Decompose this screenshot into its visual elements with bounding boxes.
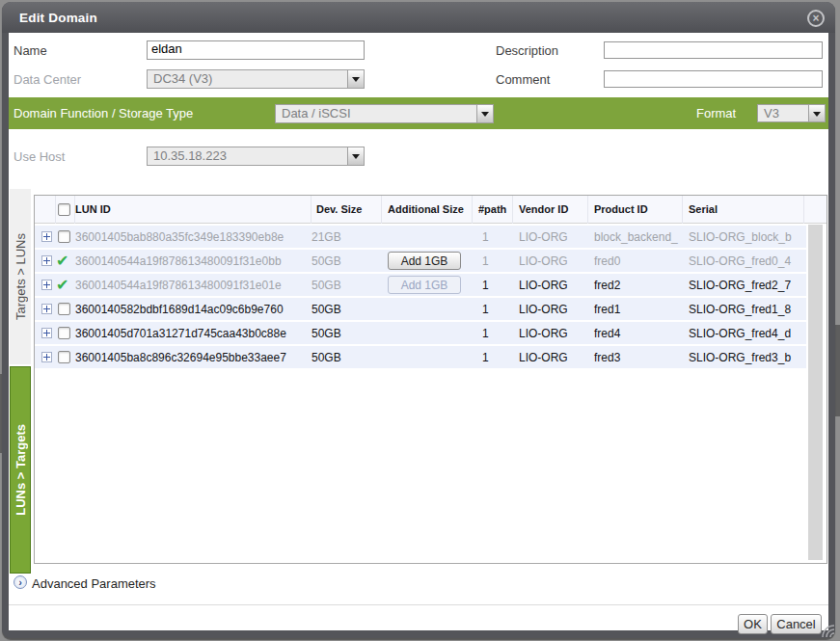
expand-row-icon[interactable] xyxy=(41,328,52,338)
lun-checkbox[interactable] xyxy=(58,230,70,243)
advanced-parameters-label[interactable]: Advanced Parameters xyxy=(32,576,156,591)
col-product-id[interactable]: Product ID xyxy=(588,196,683,224)
dev-size-cell: 50GB xyxy=(312,327,382,340)
tab-luns-targets[interactable]: LUNs > Targets xyxy=(10,366,31,574)
product-id-cell: fred3 xyxy=(588,351,683,364)
domain-function-select[interactable]: Data / iSCSI xyxy=(275,104,494,123)
expand-row-icon[interactable] xyxy=(41,231,52,242)
table-row[interactable]: 36001405bab880a35fc349e183390eb8e 21GB 1… xyxy=(35,226,806,248)
table-row[interactable]: 36001405ba8c896c32694e95bbe33aee7 50GB 1… xyxy=(35,346,806,368)
name-label: Name xyxy=(14,44,47,58)
add-size-button: Add 1GB xyxy=(388,276,461,294)
edit-domain-dialog: Edit Domain × Name eldan Description Dat… xyxy=(2,2,835,638)
path-count-cell: 1 xyxy=(473,327,513,340)
table-row[interactable]: ✔ 3600140544a19f878613480091f31e01e 50GB… xyxy=(35,274,806,296)
lun-id-cell: 36001405ba8c896c32694e95bbe33aee7 xyxy=(75,351,312,364)
data-center-select[interactable]: DC34 (V3) xyxy=(147,69,365,89)
lun-table-header: LUN ID Dev. Size Additional Size #path V… xyxy=(35,196,826,224)
dropdown-arrow-icon xyxy=(347,70,364,88)
close-icon[interactable]: × xyxy=(807,10,825,27)
footer-divider xyxy=(9,604,828,605)
name-input[interactable]: eldan xyxy=(147,40,365,60)
page-edge-scrollbar xyxy=(835,325,840,416)
lun-checkbox[interactable] xyxy=(58,351,70,363)
path-count-cell: 1 xyxy=(473,351,513,364)
vendor-id-cell: LIO-ORG xyxy=(513,230,588,244)
col-lun-id[interactable]: LUN ID xyxy=(75,196,312,224)
use-host-select[interactable]: 10.35.18.223 xyxy=(147,147,365,166)
comment-input[interactable] xyxy=(604,70,823,88)
lun-table-body: 36001405bab880a35fc349e183390eb8e 21GB 1… xyxy=(35,224,806,370)
storage-type-bar: Domain Function / Storage Type Data / iS… xyxy=(9,97,828,129)
select-all-checkbox[interactable] xyxy=(58,203,70,216)
vendor-id-cell: LIO-ORG xyxy=(513,327,588,340)
serial-cell: SLIO-ORG_fred1_8 xyxy=(683,303,804,316)
dev-size-cell: 21GB xyxy=(312,230,382,244)
dropdown-arrow-icon xyxy=(476,105,493,122)
lun-checkbox[interactable] xyxy=(58,303,70,315)
domain-function-label: Domain Function / Storage Type xyxy=(14,107,193,120)
format-select[interactable]: V3 xyxy=(757,104,826,122)
tab-targets-luns[interactable]: Targets > LUNs xyxy=(10,189,31,364)
path-count-cell: 1 xyxy=(473,230,513,244)
advanced-expander-icon[interactable]: › xyxy=(14,575,27,589)
expand-row-icon[interactable] xyxy=(41,255,52,266)
dev-size-cell: 50GB xyxy=(312,279,382,292)
cancel-button[interactable]: Cancel xyxy=(771,614,822,634)
lun-id-cell: 3600140544a19f878613480091f31e01e xyxy=(75,279,312,292)
col-path[interactable]: #path xyxy=(473,196,513,224)
table-row[interactable]: 3600140582bdbf1689d14ac09c6b9e760 50GB 1… xyxy=(35,298,806,320)
expand-row-icon[interactable] xyxy=(41,352,52,362)
table-scrollbar[interactable] xyxy=(808,225,823,560)
format-label: Format xyxy=(696,107,736,120)
lun-id-cell: 3600140544a19f878613480091f31e0bb xyxy=(75,254,312,268)
col-vendor-id[interactable]: Vendor ID xyxy=(513,196,588,224)
comment-label: Comment xyxy=(496,73,550,87)
path-count-cell: 1 xyxy=(473,303,513,316)
dev-size-cell: 50GB xyxy=(312,351,382,364)
description-input[interactable] xyxy=(604,41,823,59)
product-id-cell: fred4 xyxy=(588,327,683,340)
dialog-title: Edit Domain xyxy=(19,11,97,25)
vendor-id-cell: LIO-ORG xyxy=(513,351,588,364)
use-host-label: Use Host xyxy=(14,150,65,164)
product-id-cell: fred2 xyxy=(588,279,683,292)
product-id-cell: fred0 xyxy=(588,254,683,268)
product-id-cell: fred1 xyxy=(588,303,683,316)
dev-size-cell: 50GB xyxy=(312,254,382,268)
serial-cell: SLIO-ORG_fred4_d xyxy=(683,327,804,340)
serial-cell: SLIO-ORG_fred2_7 xyxy=(683,279,804,292)
dialog-titlebar[interactable]: Edit Domain × xyxy=(2,2,835,33)
add-size-button[interactable]: Add 1GB xyxy=(388,252,461,270)
serial-cell: SLIO-ORG_fred0_4 xyxy=(683,254,804,268)
vendor-id-cell: LIO-ORG xyxy=(513,303,588,316)
col-dev-size[interactable]: Dev. Size xyxy=(312,196,382,224)
table-row[interactable]: ✔ 3600140544a19f878613480091f31e0bb 50GB… xyxy=(35,250,806,272)
product-id-cell: block_backend_ xyxy=(588,230,683,244)
serial-cell: SLIO-ORG_block_b xyxy=(683,230,804,244)
expand-row-icon[interactable] xyxy=(41,280,52,290)
vendor-id-cell: LIO-ORG xyxy=(513,254,588,268)
col-additional-size[interactable]: Additional Size xyxy=(382,196,473,224)
path-count-cell: 1 xyxy=(473,279,513,292)
lun-checkbox[interactable] xyxy=(58,327,70,339)
dropdown-arrow-icon xyxy=(347,147,364,165)
vendor-id-cell: LIO-ORG xyxy=(513,279,588,292)
dialog-content: Name eldan Description Data Center DC34 … xyxy=(9,33,828,630)
lun-attached-check-icon: ✔ xyxy=(56,276,75,294)
expand-row-icon[interactable] xyxy=(41,304,52,314)
table-row[interactable]: 36001405d701a31271d745caa43b0c88e 50GB 1… xyxy=(35,322,806,344)
lun-id-cell: 36001405bab880a35fc349e183390eb8e xyxy=(75,230,312,244)
lun-table: LUN ID Dev. Size Additional Size #path V… xyxy=(34,195,827,564)
resize-grip-icon[interactable] xyxy=(821,624,835,638)
data-center-label: Data Center xyxy=(14,73,81,87)
lun-id-cell: 36001405d701a31271d745caa43b0c88e xyxy=(75,327,312,340)
lun-attached-check-icon: ✔ xyxy=(56,252,75,270)
description-label: Description xyxy=(496,44,558,58)
dropdown-arrow-icon xyxy=(808,105,825,121)
lun-id-cell: 3600140582bdbf1689d14ac09c6b9e760 xyxy=(75,303,312,316)
serial-cell: SLIO-ORG_fred3_b xyxy=(683,351,804,364)
path-count-cell: 1 xyxy=(473,254,513,268)
col-serial[interactable]: Serial xyxy=(683,196,804,224)
ok-button[interactable]: OK xyxy=(738,614,768,634)
